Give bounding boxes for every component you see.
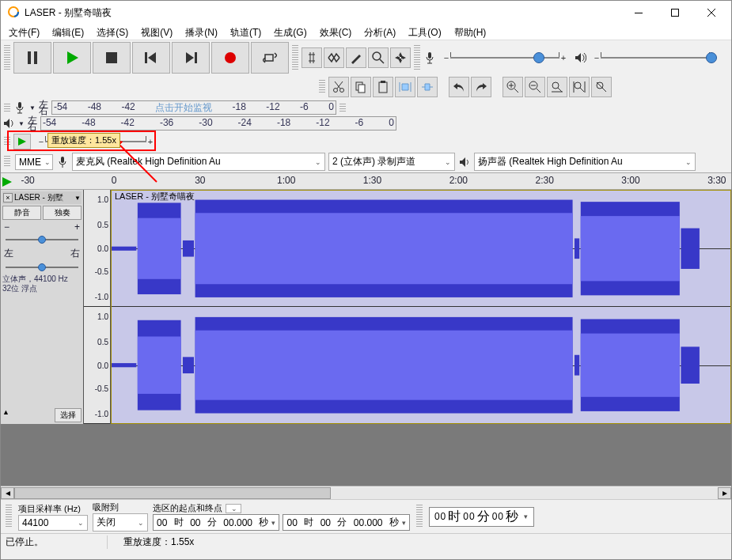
playback-volume-slider[interactable]: −+ <box>588 51 723 65</box>
audio-host-combo[interactable]: MME⌄ <box>15 154 53 170</box>
record-button[interactable] <box>211 42 249 74</box>
zoom-tool-button[interactable] <box>368 47 389 68</box>
menu-help[interactable]: 帮助(H) <box>448 25 493 40</box>
toolbar-grip[interactable] <box>4 156 10 168</box>
fit-selection-button[interactable] <box>547 77 567 97</box>
svg-rect-41 <box>681 346 699 384</box>
vertical-scale[interactable]: 1.00.50.0-0.5-1.0 1.00.50.0-0.5-1.0 <box>84 190 111 424</box>
paste-button[interactable] <box>373 77 393 97</box>
menu-tracks[interactable]: 轨道(T) <box>224 25 267 40</box>
menu-transport[interactable]: 播录(N) <box>179 25 224 40</box>
play-button[interactable] <box>53 42 91 74</box>
meter-hint: 点击开始监视 <box>155 101 212 114</box>
menu-generate[interactable]: 生成(G) <box>267 25 313 40</box>
silence-button[interactable] <box>417 77 438 97</box>
track-menu-button[interactable]: ▼ <box>74 195 81 202</box>
empty-track-area[interactable] <box>1 424 731 486</box>
toolbar-grip[interactable] <box>319 80 325 94</box>
cut-button[interactable] <box>328 77 349 97</box>
track-pan-slider[interactable] <box>2 262 82 273</box>
recording-volume-slider[interactable]: −+ <box>438 51 572 65</box>
stop-button[interactable] <box>93 42 131 74</box>
pause-button[interactable] <box>13 42 51 74</box>
toolbar-grip[interactable] <box>339 104 346 112</box>
loop-button[interactable] <box>251 42 289 74</box>
track-collapse-button[interactable]: ▲ <box>2 408 9 416</box>
waveform-display[interactable]: LASER - 别墅奇喵夜 <box>111 190 731 424</box>
trim-button[interactable] <box>395 77 415 97</box>
selection-tool-button[interactable] <box>302 47 322 68</box>
toolbar-grip[interactable] <box>414 45 420 70</box>
microphone-icon <box>56 156 69 168</box>
svg-rect-25 <box>112 246 136 250</box>
svg-rect-44 <box>581 333 680 396</box>
close-window-button[interactable] <box>693 1 730 25</box>
svg-rect-23 <box>18 102 21 108</box>
menu-select[interactable]: 选择(S) <box>90 25 135 40</box>
toolbar-grip[interactable] <box>4 45 10 70</box>
toolbar-grip[interactable] <box>4 104 10 112</box>
scroll-left-button[interactable]: ◂ <box>1 487 14 499</box>
snap-combo[interactable]: 关闭⌄ <box>93 513 148 532</box>
selection-end-field[interactable]: 00 时 00 分 00.000 秒▾ <box>283 514 409 531</box>
svg-point-12 <box>334 89 338 93</box>
zoom-in-button[interactable] <box>503 77 523 97</box>
skip-end-button[interactable] <box>172 42 210 74</box>
menu-file[interactable]: 文件(F) <box>2 25 46 40</box>
speaker-icon <box>574 51 586 64</box>
menu-view[interactable]: 视图(V) <box>135 25 179 40</box>
solo-button[interactable]: 独奏 <box>43 206 82 220</box>
svg-point-20 <box>552 82 559 89</box>
mute-button[interactable]: 静音 <box>2 206 41 220</box>
app-logo-icon <box>2 6 25 21</box>
menu-effect[interactable]: 效果(C) <box>313 25 358 40</box>
track-select-button[interactable]: 选择 <box>55 408 82 422</box>
toolbar-grip[interactable] <box>6 505 12 528</box>
svg-rect-43 <box>195 331 573 400</box>
recording-channels-combo[interactable]: 2 (立体声) 录制声道⌄ <box>328 153 455 171</box>
selection-mode-button[interactable]: ⌄ <box>226 504 241 513</box>
recording-meter[interactable]: -54-48-42 点击开始监视 -18-12-60 <box>51 100 336 115</box>
status-speed: 重放速度：1.55x <box>123 535 194 549</box>
multi-tool-button[interactable] <box>390 47 411 68</box>
svg-rect-7 <box>145 52 147 63</box>
track-close-button[interactable]: × <box>3 193 13 202</box>
playback-device-combo[interactable]: 扬声器 (Realtek High Definition Au⌄ <box>474 153 696 171</box>
draw-tool-button[interactable] <box>346 47 366 68</box>
meter-menu-icon[interactable]: ▼ <box>29 104 36 112</box>
svg-rect-3 <box>672 9 679 17</box>
project-rate-combo[interactable]: 44100⌄ <box>18 515 88 531</box>
menu-edit[interactable]: 编辑(E) <box>46 25 90 40</box>
toolbar-grip[interactable] <box>416 505 423 528</box>
zoom-toggle-button[interactable] <box>591 77 612 97</box>
zoom-out-button[interactable] <box>525 77 545 97</box>
horizontal-scrollbar[interactable]: ◂ ▸ <box>1 486 731 499</box>
menu-tools[interactable]: 工具(O) <box>402 25 447 40</box>
selection-start-field[interactable]: 00 时 00 分 00.000 秒▾ <box>153 514 279 531</box>
window-title: LASER - 别墅奇喵夜 <box>25 6 620 20</box>
envelope-tool-button[interactable] <box>324 47 344 68</box>
undo-button[interactable] <box>449 77 469 97</box>
track-gain-slider[interactable] <box>2 234 82 245</box>
svg-point-9 <box>225 52 236 63</box>
microphone-icon <box>13 101 26 114</box>
menu-analyze[interactable]: 分析(A) <box>358 25 402 40</box>
skip-start-button[interactable] <box>132 42 170 74</box>
timeline-quickplay-icon[interactable] <box>1 173 13 191</box>
copy-button[interactable] <box>351 77 371 97</box>
status-state: 已停止。 <box>6 535 108 549</box>
svg-rect-24 <box>61 157 64 163</box>
audio-position-field[interactable]: 00时00分00秒▾ <box>429 507 534 527</box>
toolbar-grip[interactable] <box>292 45 298 70</box>
fit-project-button[interactable] <box>569 77 590 97</box>
svg-rect-39 <box>575 355 579 376</box>
speed-tooltip: 重放速度：1.55x <box>47 133 120 148</box>
playback-meter[interactable]: -54-48-42-36-30-24-18-12-60 <box>40 116 396 131</box>
track-control-panel[interactable]: × LASER - 别墅 ▼ 静音 独奏 −+ 左右 立体声，44100 Hz … <box>1 190 84 424</box>
redo-button[interactable] <box>471 77 491 97</box>
meter-lr-label: 左右 <box>39 101 48 114</box>
meter-menu-icon[interactable]: ▼ <box>18 120 25 127</box>
minimize-button[interactable] <box>620 1 657 25</box>
scroll-right-button[interactable]: ▸ <box>718 487 731 499</box>
maximize-button[interactable] <box>657 1 693 25</box>
